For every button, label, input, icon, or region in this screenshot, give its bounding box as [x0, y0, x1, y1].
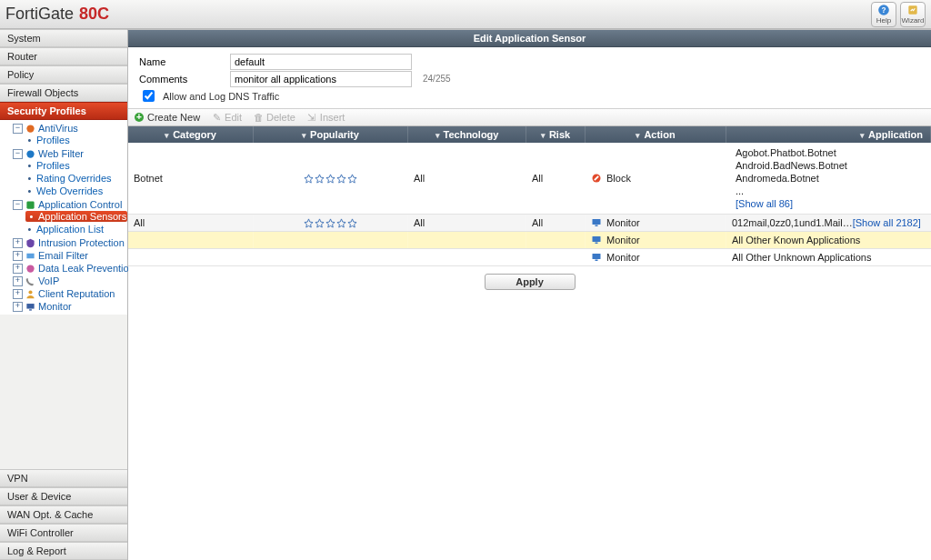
nav-policy[interactable]: Policy [0, 65, 127, 84]
svg-rect-10 [29, 309, 32, 310]
tree-av-profiles[interactable]: •Profiles [25, 135, 127, 145]
nav-router[interactable]: Router [0, 47, 127, 65]
tree-wf-profiles[interactable]: •Profiles [25, 160, 127, 171]
expand-icon[interactable]: + [13, 302, 23, 312]
cell-action: Block [586, 143, 726, 214]
collapse-icon[interactable]: − [13, 200, 23, 210]
nav-system[interactable]: System [0, 29, 127, 47]
expand-icon[interactable]: + [13, 276, 23, 286]
bullet-icon: • [25, 160, 34, 171]
tree-app-list[interactable]: •Application List [25, 224, 127, 235]
grid-row[interactable]: AllAllAllMonitor012mail,0zz0,1und1.Mail…… [128, 215, 931, 232]
grid-row[interactable]: MonitorAll Other Unknown Applications [128, 249, 931, 266]
monitor-icon [25, 302, 35, 312]
col-application[interactable]: Application [726, 126, 931, 143]
tree-antivirus[interactable]: − AntiVirus [13, 123, 127, 134]
expand-icon[interactable]: + [13, 264, 23, 274]
cell-popularity [254, 143, 408, 214]
main-shell: System Router Policy Firewall Objects Se… [0, 29, 931, 560]
tree-app-sensors[interactable]: •Application Sensors [25, 211, 127, 222]
bullet-icon: • [27, 211, 35, 222]
cell-technology [408, 249, 526, 265]
action-value[interactable]: Monitor [591, 252, 640, 263]
name-input[interactable] [230, 54, 412, 70]
cell-application: Agobot.Phatbot.BotnetAndroid.BadNews.Bot… [726, 143, 931, 214]
collapse-icon[interactable]: − [13, 149, 23, 159]
name-label: Name [139, 56, 225, 67]
nav-wanopt[interactable]: WAN Opt. & Cache [0, 505, 127, 524]
tree-webfilter[interactable]: − Web Filter [13, 148, 127, 159]
nav-user[interactable]: User & Device [0, 487, 127, 505]
nav-log[interactable]: Log & Report [0, 542, 127, 560]
comments-input[interactable] [230, 71, 412, 87]
cell-risk [526, 249, 586, 265]
apply-area: Apply [128, 266, 931, 297]
svg-rect-6 [26, 253, 34, 258]
star-icon [325, 174, 335, 184]
application-item: Agobot.Phatbot.Botnet [736, 146, 847, 159]
cell-category [128, 249, 254, 265]
star-rating [304, 218, 357, 228]
nav-wifi[interactable]: WiFi Controller [0, 524, 127, 542]
col-popularity[interactable]: Popularity [254, 126, 408, 143]
help-button[interactable]: ? Help [871, 2, 896, 27]
star-icon [315, 174, 325, 184]
delete-button: 🗑 Delete [253, 112, 295, 123]
tree-intrusion[interactable]: +Intrusion Protection [13, 237, 127, 248]
edit-button: ✎ Edit [211, 112, 242, 123]
expand-icon[interactable]: + [13, 251, 23, 261]
grid-row[interactable]: BotnetAllAllBlockAgobot.Phatbot.BotnetAn… [128, 143, 931, 215]
tree-wf-web[interactable]: •Web Overrides [25, 185, 127, 196]
star-icon [336, 174, 346, 184]
comments-label: Comments [139, 74, 225, 85]
col-category[interactable]: Category [128, 126, 254, 143]
tree-email[interactable]: +Email Filter [13, 250, 127, 261]
bullet-icon: • [25, 224, 34, 235]
cell-category [128, 232, 254, 248]
tree-clientrep[interactable]: +Client Reputation [13, 288, 127, 299]
nav-firewall[interactable]: Firewall Objects [0, 84, 127, 102]
bullet-icon: • [25, 173, 34, 184]
nav-security-profiles[interactable]: Security Profiles [0, 102, 127, 120]
tree-dlp[interactable]: +Data Leak Prevention [13, 263, 127, 274]
filter-icon [302, 129, 306, 140]
comments-count: 24/255 [423, 74, 451, 84]
tree-antivirus-label: AntiVirus [38, 123, 78, 134]
expand-icon[interactable]: + [13, 289, 23, 299]
cell-action: Monitor [586, 249, 726, 265]
grid-row[interactable]: MonitorAll Other Known Applications [128, 232, 931, 249]
col-action[interactable]: Action [586, 126, 726, 143]
cell-popularity [254, 249, 408, 265]
action-value[interactable]: Monitor [591, 235, 640, 245]
tree-voip[interactable]: +VoIP [13, 275, 127, 286]
dns-label: Allow and Log DNS Traffic [163, 91, 279, 102]
show-all-link[interactable]: [Show all 86] [736, 197, 847, 210]
application-item: ... [736, 185, 847, 197]
col-risk[interactable]: Risk [526, 126, 586, 143]
tree-monitor[interactable]: +Monitor [13, 301, 127, 312]
tree-appcontrol[interactable]: − Application Control [13, 199, 127, 210]
wizard-button[interactable]: Wizard [900, 2, 926, 27]
apply-button[interactable]: Apply [485, 274, 576, 290]
create-new-button[interactable]: + Create New [134, 112, 200, 123]
tree-wf-rating[interactable]: •Rating Overrides [25, 173, 127, 184]
dns-checkbox[interactable] [143, 90, 155, 102]
application-item: Android.BadNews.Botnet [736, 159, 847, 172]
expand-icon[interactable]: + [13, 238, 23, 248]
cell-technology [408, 232, 526, 248]
svg-rect-9 [26, 304, 34, 309]
nav-vpn[interactable]: VPN [0, 469, 127, 487]
action-value[interactable]: Block [591, 173, 631, 184]
filter-icon [435, 129, 440, 140]
cell-action: Monitor [586, 215, 726, 231]
cell-technology: All [408, 215, 526, 231]
security-profiles-tree: − AntiVirus •Profiles − Web Filter [0, 120, 127, 315]
webfilter-icon [25, 149, 35, 159]
cell-application: 012mail,0zz0,1und1.Mail… [Show all 2182] [726, 215, 931, 231]
svg-text:?: ? [882, 6, 886, 15]
collapse-icon[interactable]: − [13, 124, 23, 134]
show-all-link[interactable]: [Show all 2182] [853, 217, 921, 228]
col-technology[interactable]: Technology [408, 126, 526, 143]
monitor-icon [591, 252, 602, 263]
action-value[interactable]: Monitor [591, 217, 640, 228]
